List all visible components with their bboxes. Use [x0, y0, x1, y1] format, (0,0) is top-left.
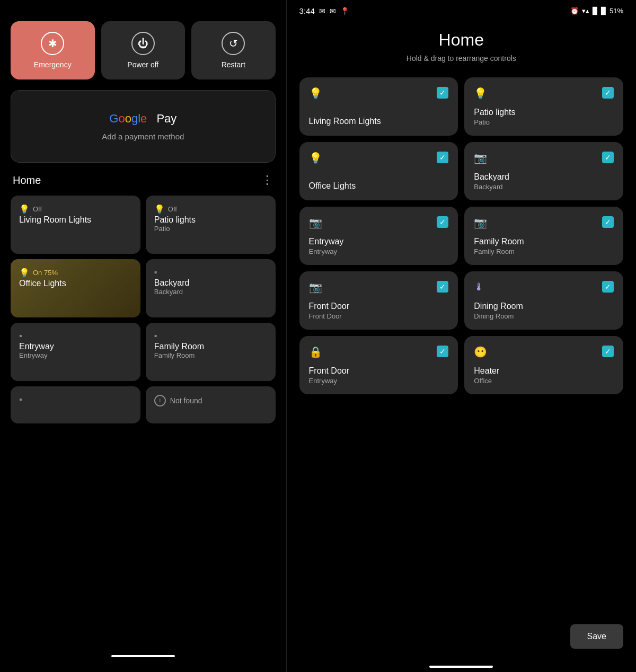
bulb-icon: 💡 [309, 152, 322, 164]
card-top: 💡 ✓ [309, 152, 449, 164]
card-sub: Patio [474, 118, 614, 126]
therm-icon: 🌡 [474, 281, 484, 293]
card-sub: Entryway [309, 377, 449, 385]
mail-icon1: ✉ [319, 7, 325, 15]
left-device-patio-lights[interactable]: 💡 Off Patio lights Patio [146, 196, 276, 254]
camera-icon: 📷 [474, 216, 487, 229]
left-partial-card-1[interactable]: ▪ [11, 386, 140, 423]
bulb-icon: 💡 [309, 87, 322, 100]
card-bottom: Heater Office [474, 366, 614, 385]
left-device-entryway[interactable]: ▪ Entryway Entryway [11, 323, 140, 381]
right-card-patio-lights[interactable]: 💡 ✓ Patio lights Patio [464, 77, 623, 136]
status-left: 3:44 ✉ ✉ 📍 [299, 6, 349, 15]
card-top: 📷 ✓ [474, 216, 614, 229]
left-device-backyard[interactable]: ▪ Backyard Backyard [146, 259, 276, 317]
checkbox[interactable]: ✓ [437, 346, 448, 357]
emergency-label: Emergency [34, 60, 72, 69]
bottom-bar: Save [287, 616, 636, 661]
bulb-icon-on: 💡 [19, 268, 30, 278]
right-card-front-door-cam[interactable]: 📷 ✓ Front Door Front Door [299, 271, 458, 330]
device-sub: Family Room [154, 351, 267, 359]
card-name: Front Door [309, 366, 449, 376]
device-status-text: Off [33, 205, 42, 213]
card-sub: Entryway [309, 247, 449, 255]
save-button[interactable]: Save [570, 624, 623, 649]
g-blue2: g [131, 112, 138, 126]
home-header: Home ⋮ [11, 173, 276, 196]
right-card-living-room-lights[interactable]: 💡 ✓ Living Room Lights [299, 77, 458, 136]
card-name: Dining Room [474, 302, 614, 311]
left-device-family-room[interactable]: ▪ Family Room Family Room [146, 323, 276, 381]
card-sub: Dining Room [474, 312, 614, 320]
right-subtitle: Hold & drag to rearrange controls [299, 54, 623, 63]
checkbox[interactable]: ✓ [602, 87, 614, 99]
checkbox[interactable]: ✓ [602, 216, 614, 228]
device-status: 💡 Off [154, 204, 267, 214]
alarm-icon: ⏰ [570, 7, 579, 15]
left-partial-card-2[interactable]: ! Not found [146, 386, 276, 423]
device-sub: Backyard [154, 288, 267, 296]
device-sub: Patio [154, 225, 267, 233]
g-red: o [118, 112, 125, 126]
g-red2: e [140, 112, 147, 126]
right-card-office-lights[interactable]: 💡 ✓ Office Lights [299, 142, 458, 200]
emergency-button[interactable]: ✱ Emergency [11, 21, 95, 79]
right-card-front-door-lock[interactable]: 🔒 ✓ Front Door Entryway [299, 336, 458, 394]
device-name: Office Lights [19, 279, 132, 288]
not-found-row: ! Not found [154, 395, 267, 406]
card-name: Patio lights [474, 108, 614, 117]
power-off-label: Power off [127, 60, 158, 69]
restart-button[interactable]: ↺ Restart [191, 21, 276, 79]
right-card-backyard[interactable]: 📷 ✓ Backyard Backyard [464, 142, 623, 200]
card-top: 💡 ✓ [309, 87, 449, 100]
device-name: Family Room [154, 342, 267, 351]
device-name: Living Room Lights [19, 215, 132, 225]
checkbox[interactable]: ✓ [602, 152, 614, 163]
bulb-icon: 💡 [474, 87, 487, 100]
checkbox[interactable]: ✓ [437, 152, 448, 163]
card-bottom: Living Room Lights [309, 117, 449, 126]
checkbox[interactable]: ✓ [602, 346, 614, 357]
card-name: Office Lights [309, 181, 449, 191]
card-bottom: Family Room Family Room [474, 237, 614, 255]
power-off-button[interactable]: ⏻ Power off [101, 21, 186, 79]
checkbox[interactable]: ✓ [437, 87, 448, 99]
card-sub: Family Room [474, 247, 614, 255]
right-card-heater[interactable]: 😶 ✓ Heater Office [464, 336, 623, 394]
card-name: Family Room [474, 237, 614, 246]
home-title: Home [13, 174, 41, 187]
checkbox[interactable]: ✓ [437, 281, 448, 293]
card-bottom: Office Lights [309, 181, 449, 191]
right-device-grid: 💡 ✓ Living Room Lights 💡 ✓ Patio lights … [299, 77, 623, 394]
power-off-icon: ⏻ [131, 32, 155, 55]
right-card-entryway[interactable]: 📷 ✓ Entryway Entryway [299, 207, 458, 265]
camera-icon4: ▪ [19, 395, 132, 404]
card-sub: Backyard [474, 183, 614, 191]
camera-icon: 📷 [309, 281, 322, 294]
card-sub: Front Door [309, 312, 449, 320]
right-card-dining-room[interactable]: 🌡 ✓ Dining Room Dining Room [464, 271, 623, 330]
wifi-icon: ▾▴ [582, 7, 589, 15]
right-home-title: Home [299, 30, 623, 50]
emergency-icon: ✱ [41, 32, 64, 55]
card-name: Living Room Lights [309, 117, 449, 126]
restart-icon: ↺ [222, 32, 245, 55]
right-card-family-room[interactable]: 📷 ✓ Family Room Family Room [464, 207, 623, 265]
gpay-card[interactable]: Google Pay Add a payment method [11, 90, 276, 163]
right-content: Home Hold & drag to rearrange controls 💡… [287, 20, 636, 616]
device-status: 💡 Off [19, 204, 132, 214]
left-device-living-room-lights[interactable]: 💡 Off Living Room Lights [11, 196, 140, 254]
g-yellow: o [125, 112, 131, 126]
card-top: 💡 ✓ [474, 87, 614, 100]
home-menu-button[interactable]: ⋮ [261, 173, 273, 187]
card-name: Backyard [474, 172, 614, 182]
restart-label: Restart [222, 60, 245, 69]
gpay-subtitle: Add a payment method [102, 132, 184, 141]
card-top: 📷 ✓ [309, 281, 449, 294]
left-panel: ✱ Emergency ⏻ Power off ↺ Restart Google… [0, 0, 286, 672]
location-icon: 📍 [340, 7, 349, 15]
card-name: Heater [474, 366, 614, 376]
left-device-office-lights[interactable]: 💡 On 75% Office Lights [11, 259, 140, 317]
checkbox[interactable]: ✓ [437, 216, 448, 228]
checkbox[interactable]: ✓ [602, 281, 614, 293]
